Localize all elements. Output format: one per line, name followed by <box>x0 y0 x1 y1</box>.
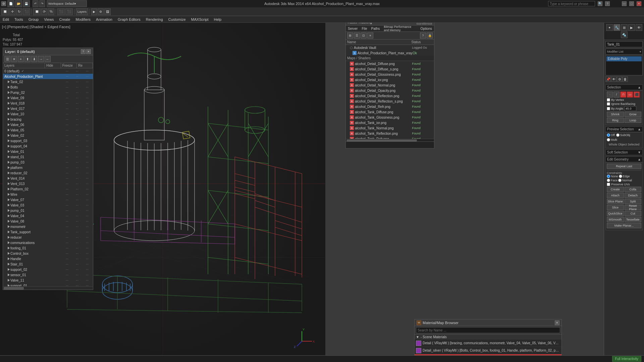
layer-tool-move-up[interactable]: ⬆ <box>24 56 31 62</box>
menu-item-customize[interactable]: Customize <box>166 16 189 23</box>
layer-tool-select-from[interactable]: ← <box>45 56 51 62</box>
scene-materials-header[interactable]: ▼ - Scene Materials <box>415 335 561 340</box>
menu-item-animation[interactable]: Animation <box>93 16 115 23</box>
save-btn[interactable]: 💾 <box>23 0 30 7</box>
layer-item[interactable]: Valve_01 ··· ··· ··· <box>3 149 93 154</box>
layer-item[interactable]: Valve_11 ··· ··· ··· <box>3 278 93 283</box>
asset-menu-file[interactable]: File <box>360 25 369 32</box>
slice-plane-btn[interactable]: Slice Plane <box>607 199 624 204</box>
asset-file-item[interactable]: R alcohol_Tank_Diffuse.png Found <box>346 109 434 115</box>
mod-icon-pin[interactable]: 📌 <box>605 76 611 82</box>
ignore-backfacing-checkbox[interactable]: Ignore Backfacing <box>607 102 635 106</box>
menu-item-tools[interactable]: Tools <box>12 16 26 23</box>
asset-menu-options[interactable]: Options <box>419 25 434 32</box>
layer-item[interactable]: pump_01 ··· ··· ··· <box>3 208 93 213</box>
layer-tool-move-down[interactable]: ⬇ <box>31 56 37 62</box>
layer-item[interactable]: Valve_10 ··· ··· ··· <box>3 111 93 117</box>
layer-item[interactable]: Valve_03 ··· ··· ··· <box>3 202 93 208</box>
material-panel-titlebar[interactable]: M Material/Map Browser ✕ <box>415 319 561 326</box>
mod-icon-trash[interactable]: 🗑 <box>623 76 628 82</box>
layer-item[interactable]: Vent_018 ··· ··· ··· <box>3 101 93 106</box>
preserve-uvs-checkbox[interactable]: Preserve UVs <box>607 183 630 186</box>
snap-angle-btn[interactable]: ⟳ <box>41 8 47 15</box>
menu-item-help[interactable]: Help <box>211 16 224 23</box>
layer-item[interactable]: support_04 ··· ··· ··· <box>3 143 93 149</box>
material-search-input[interactable] <box>416 327 560 333</box>
object-name-field[interactable] <box>605 41 643 47</box>
ignore-backfacing-input[interactable] <box>607 102 610 106</box>
new-btn[interactable]: 📄 <box>7 0 14 7</box>
asset-tool-detail[interactable]: ≡ <box>367 33 373 39</box>
by-angle-input[interactable] <box>607 107 610 110</box>
layer-horizontal-scroll[interactable] <box>3 286 93 290</box>
preview-selection-title[interactable]: Preview Selection ▲ <box>605 126 643 132</box>
cp-tab-create[interactable]: ✦ <box>606 24 613 31</box>
undo-btn[interactable]: ↶ <box>33 0 39 7</box>
ring-btn[interactable]: Ring <box>607 118 624 123</box>
loop-btn[interactable]: Loop <box>625 118 642 123</box>
help-btn[interactable]: ? <box>605 1 610 6</box>
search-input[interactable] <box>548 1 595 6</box>
cp-tab-hierarchy[interactable]: ⊞ <box>621 24 628 31</box>
asset-scrollbar[interactable] <box>346 139 434 141</box>
layer-item[interactable]: Valve_04 ··· ··· ··· <box>3 213 93 219</box>
scale-btn[interactable]: ⬛ <box>23 8 30 15</box>
cp-tab-modify[interactable]: 🔧 <box>613 24 620 31</box>
asset-file-item[interactable]: 3 Alcohol_Production_Plant_max_vray.max … <box>346 50 434 56</box>
asset-file-item[interactable]: R alcohol_Tank_Reflection.png Found <box>346 131 434 136</box>
layer-item[interactable]: stand_01 ··· ··· ··· <box>3 154 93 160</box>
msmooth-btn[interactable]: MSmooth <box>607 217 624 222</box>
mod-icon-settings[interactable]: ⚙ <box>617 76 622 82</box>
menu-item-edit[interactable]: Edit <box>0 16 12 23</box>
layer-item[interactable]: Vent_014 ··· ··· ··· <box>3 176 93 181</box>
close-btn[interactable]: ✕ <box>637 1 641 6</box>
minimize-btn[interactable]: — <box>622 1 627 6</box>
asset-tool-list[interactable]: ☰ <box>354 33 360 39</box>
asset-file-item[interactable]: R alcohol_Detail_Opacity.png Found <box>346 88 434 93</box>
constraint-none-radio[interactable]: None <box>607 175 618 178</box>
asset-file-item[interactable]: R alcohol_Detail_Normal.png Found <box>346 82 434 88</box>
layer-item[interactable]: pump_03 ··· ··· ··· <box>3 160 93 165</box>
asset-menu-paths[interactable]: Paths <box>369 25 382 32</box>
asset-file-item[interactable]: R alcohol_Detail_ior.png Found <box>346 77 434 82</box>
layer-panel-titlebar[interactable]: Layer: 0 (default) ? ✕ <box>3 48 93 55</box>
selection-section-title[interactable]: Selection ▲ <box>605 84 643 90</box>
material-panel-close-btn[interactable]: ✕ <box>555 320 559 325</box>
layer-item[interactable]: support_02 ··· ··· ··· <box>3 267 93 272</box>
asset-tool-thumb[interactable]: ⊡ <box>361 33 367 39</box>
constraint-face-radio[interactable]: Face <box>607 179 618 182</box>
layer-item[interactable]: Pump_02 ··· ··· ··· <box>3 90 93 95</box>
layer-item[interactable]: Vent_013 ··· ··· ··· <box>3 181 93 186</box>
layer-item[interactable]: Handle ··· ··· ··· <box>3 256 93 261</box>
mod-icon-show[interactable]: 👁 <box>611 76 616 82</box>
preview-off-radio[interactable]: Off <box>607 133 615 137</box>
material-item[interactable]: Detail_silver ( VRayMtl ) [Bolts, Contro… <box>415 347 561 354</box>
asset-file-item[interactable]: R alcohol_Tank_Glossiness.png Found <box>346 115 434 120</box>
cp-tab-motion[interactable]: ▶ <box>628 24 635 31</box>
layer-item[interactable]: Valve_02 ··· ··· ··· <box>3 133 93 138</box>
search-btn[interactable]: 🔍 <box>598 1 602 6</box>
asset-menu-server[interactable]: Server <box>346 25 360 32</box>
mirror-btn[interactable]: ⬛ <box>57 8 65 15</box>
full-interactivity-btn[interactable]: Full Interactivity <box>612 356 641 362</box>
layer-item[interactable]: monometr ··· ··· ··· <box>3 224 93 229</box>
soft-selection-title[interactable]: Soft Selection ▼ <box>605 149 643 155</box>
layer-item[interactable]: Valve_07 ··· ··· ··· <box>3 197 93 202</box>
snap-percent-btn[interactable]: % <box>48 8 54 15</box>
sel-poly-btn[interactable]: ▭ <box>627 92 633 98</box>
asset-group-maps[interactable]: Maps / Shaders <box>346 56 434 61</box>
asset-vault-item[interactable]: ⬡ Autodesk Vault Logged Ou <box>346 45 434 50</box>
menu-item-graph-editors[interactable]: Graph Editors <box>115 16 143 23</box>
rendered-frame-btn[interactable]: 🖼 <box>104 8 111 15</box>
cp-tab-display[interactable]: 👁 <box>636 24 642 31</box>
sel-edge-btn[interactable]: / <box>613 92 620 98</box>
by-vertex-input[interactable] <box>607 98 610 102</box>
menu-item-create[interactable]: Create <box>56 16 73 23</box>
constraint-edge-radio[interactable]: Edge <box>619 175 630 178</box>
make-planar-btn[interactable]: Make Planar... <box>607 223 641 228</box>
rotate-btn[interactable]: ↻ <box>16 8 22 15</box>
split-btn[interactable]: Split <box>625 199 642 204</box>
layer-tool-delete[interactable]: ✕ <box>11 56 17 62</box>
layer-tool-new[interactable]: ☰ <box>4 56 10 62</box>
layer-item[interactable]: support_03 ··· ··· ··· <box>3 138 93 143</box>
